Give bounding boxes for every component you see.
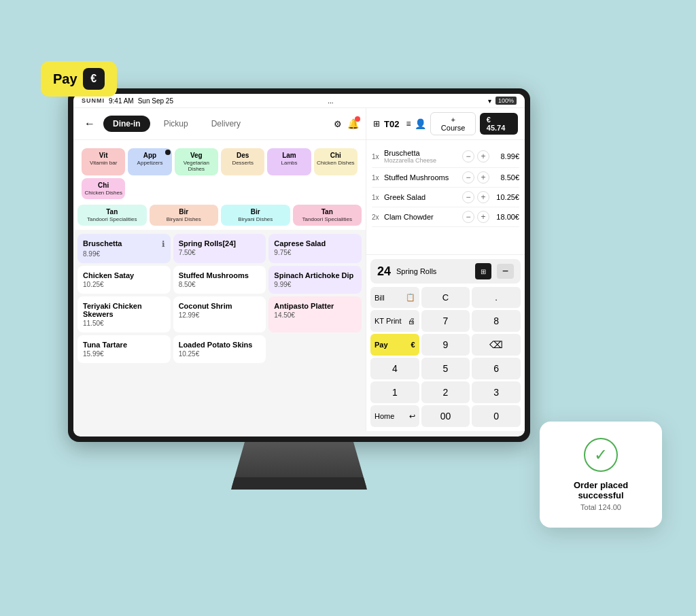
back-button[interactable]: ← [80,116,99,131]
cat-app[interactable]: App Appetizers [128,148,171,175]
kt-print-btn[interactable]: KT Print🖨 [370,310,419,332]
success-total: Total 124.00 [559,503,643,511]
menu-item-potato-skins[interactable]: Loaded Potato Skins 10.25€ [173,335,266,363]
menu-item-antipasto[interactable]: Antipasto Platter 14.50€ [268,296,362,332]
cat-chi[interactable]: Chi Chicken Dishes [314,148,358,175]
menu-item-chicken-satay[interactable]: Chicken Satay 10.25€ [77,266,171,294]
decrease-btn-4[interactable]: − [462,211,474,223]
order-item-bruschetta: 1x Bruschetta Mozzarella Cheese − + 8.99… [372,146,519,168]
cat-veg[interactable]: Veg Vegetarian Dishes [175,148,218,175]
numpad-area: 24 Spring Rolls ⊞ − Bill📋 C . KT Print🖨 … [366,254,525,431]
decrease-btn-3[interactable]: − [462,191,474,203]
backspace-btn[interactable]: ⌫ [472,334,521,356]
num-1[interactable]: 1 [370,381,419,403]
category-tabs-row2: Tan Tandoori Specialities Bir Biryani Di… [73,205,366,230]
cat-des[interactable]: Des Desserts [221,148,264,175]
menu-item-stuffed-mushrooms[interactable]: Stuffed Mushrooms 8.50€ [173,266,266,294]
category-tabs-row1: Vit Vitamin bar App Appetizers Veg Veget… [77,144,362,203]
cat-lam[interactable]: Lam Lambs [267,148,311,175]
tab-dine-in[interactable]: Dine-in [103,116,150,132]
num-6[interactable]: 6 [472,358,521,379]
num-3[interactable]: 3 [472,381,521,403]
increase-btn-3[interactable]: + [477,191,489,203]
cat-vit[interactable]: Vit Vitamin bar [82,148,125,175]
monitor-inner: SUNMI 9:41 AM Sun Sep 25 ... ▾ 100% ← Di… [73,94,525,437]
person-icon[interactable]: 👤 [415,118,426,129]
sync-icon[interactable]: ⚙ [334,119,342,129]
clear-btn[interactable]: C [421,287,470,308]
tab-pickup[interactable]: Pickup [154,116,198,132]
left-panel: Vit Vitamin bar App Appetizers Veg Veget… [73,140,366,431]
numpad-qty: 24 [377,264,391,279]
total-price[interactable]: € 45.74 [480,113,518,135]
increase-btn[interactable]: + [477,150,489,162]
cat-bir[interactable]: Bir Biryani Dishes [150,205,219,226]
order-list: 1x Bruschetta Mozzarella Cheese − + 8.99… [366,140,525,254]
order-item-clam-chowder: 2x Clam Chowder − + 18.00€ [372,207,519,227]
add-course-button[interactable]: + Course [430,112,475,135]
num-7[interactable]: 7 [421,310,470,332]
filter-icon[interactable]: ≡ [406,119,411,129]
menu-item-tuna[interactable]: Tuna Tartare 15.99€ [77,335,171,363]
num-00[interactable]: 00 [421,405,470,427]
cat-bir2[interactable]: Bir Biryani Dishes [221,205,290,226]
nav-icons: ⚙ 🔔 [334,118,359,130]
bill-button[interactable]: Bill📋 [370,287,419,308]
tab-delivery[interactable]: Delivery [202,116,250,132]
menu-item-spinach-dip[interactable]: Spinach Artichoke Dip 9.99€ [268,266,362,294]
right-nav: ⊞ T02 ≡ 👤 + Course € 45.74 [366,108,525,139]
monitor-screen: SUNMI 9:41 AM Sun Sep 25 ... ▾ 100% ← Di… [68,88,530,442]
numpad-row5: Home↩ 00 0 [370,405,521,427]
decrease-btn-2[interactable]: − [462,171,474,184]
pay-label: Pay [53,71,77,87]
cat-tan[interactable]: Tan Tandoori Specialities [77,205,147,226]
menu-grid: Bruschetta ℹ 8.99€ Spring Rolls[24] 7.50… [73,230,366,431]
monitor-stand [231,442,367,490]
brand-logo: SUNMI [82,97,105,104]
num-2[interactable]: 2 [421,381,470,403]
increase-btn-4[interactable]: + [477,211,489,223]
pay-button-topleft[interactable]: Pay € [41,61,117,97]
pay-button[interactable]: Pay€ [370,334,419,356]
more-dots: ... [328,97,333,105]
numpad-row2: Pay€ 9 ⌫ [370,334,521,356]
menu-item-bruschetta[interactable]: Bruschetta ℹ 8.99€ [77,234,171,263]
numpad-row4: 1 2 3 [370,381,521,403]
home-btn[interactable]: Home↩ [370,405,419,427]
info-icon: ℹ [162,239,165,249]
num-0[interactable]: 0 [472,405,521,427]
menu-item-teriyaki[interactable]: Teriyaki Chicken Skewers 11.50€ [77,296,171,332]
cat-chi2[interactable]: Chi Chicken Dishes [82,178,125,199]
menu-item-coconut-shrim[interactable]: Coconut Shrim 12.99€ [173,296,266,332]
table-icon: ⊞ [373,119,380,129]
main-content: Vit Vitamin bar App Appetizers Veg Veget… [73,140,525,431]
date: Sun Sep 25 [138,97,173,105]
numpad-top-row: Bill📋 C . [370,287,521,308]
numpad-row3: 4 5 6 [370,358,521,379]
cat-tan2[interactable]: Tan Tandoori Specialities [293,205,362,226]
time: 9:41 AM [109,97,134,105]
grid-view-btn[interactable]: ⊞ [475,263,491,279]
increase-btn-2[interactable]: + [477,171,489,184]
table-id: T02 [384,119,399,129]
menu-item-caprese[interactable]: Caprese Salad 9.75€ [268,234,362,263]
order-item-greek-salad: 1x Greek Salad − + 10.25€ [372,188,519,207]
monitor: SUNMI 9:41 AM Sun Sep 25 ... ▾ 100% ← Di… [68,88,530,483]
num-9[interactable]: 9 [421,334,470,356]
num-5[interactable]: 5 [421,358,470,379]
success-popup: ✓ Order placed successful Total 124.00 [540,422,662,528]
menu-item-spring-rolls[interactable]: Spring Rolls[24] 7.50€ [173,234,266,263]
wifi-icon: ▾ [488,97,491,105]
status-bar: SUNMI 9:41 AM Sun Sep 25 ... ▾ 100% [73,94,525,108]
right-panel: 1x Bruschetta Mozzarella Cheese − + 8.99… [366,140,525,431]
order-item-mushrooms: 1x Stuffed Mushrooms − + 8.50€ [372,168,519,188]
decrease-btn[interactable]: − [462,150,474,162]
num-4[interactable]: 4 [370,358,419,379]
bell-container: 🔔 [347,118,359,130]
euro-icon: € [83,68,105,90]
dot-btn[interactable]: . [472,287,521,308]
num-8[interactable]: 8 [472,310,521,332]
numpad-minus[interactable]: − [497,264,514,279]
numpad-row1: KT Print🖨 7 8 [370,310,521,332]
numpad-display: 24 Spring Rolls ⊞ − [370,259,521,284]
